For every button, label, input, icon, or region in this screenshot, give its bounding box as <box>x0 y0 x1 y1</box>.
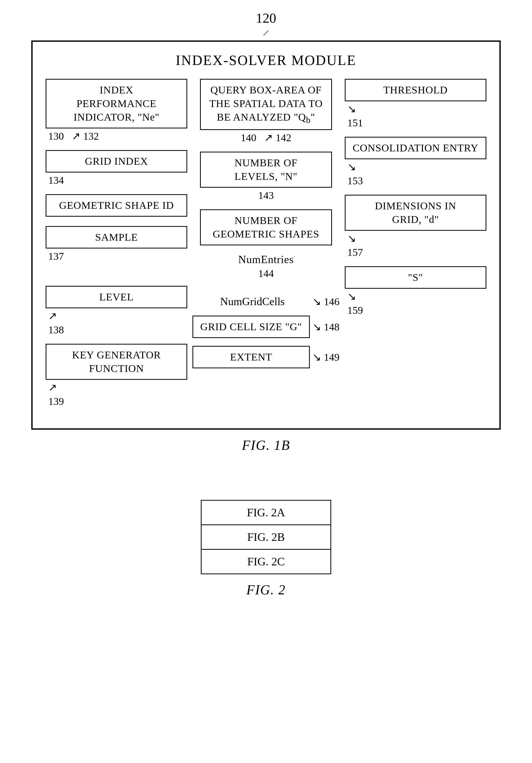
fig2a-row: FIG. 2A <box>202 501 330 525</box>
ref-142-arrow: ↗ 142 <box>264 132 291 144</box>
col-left: INDEXPERFORMANCEINDICATOR, "Ne" 130 ↗ 13… <box>45 79 193 415</box>
ref-157: 157 <box>347 246 363 259</box>
col-middle: QUERY BOX-AREA OFTHE SPATIAL DATA TOBE A… <box>193 79 339 415</box>
module-title: INDEX-SOLVER MODULE <box>45 52 487 68</box>
ref-132-arrow: ↗ 132 <box>72 130 99 142</box>
num-entries-item: NumEntries 144 <box>193 253 339 279</box>
ref-149: ↘ 149 <box>312 351 339 363</box>
grid-index-box: GRID INDEX <box>45 150 187 172</box>
fig2c-row: FIG. 2C <box>202 550 330 574</box>
ref-138: 138 <box>48 324 64 336</box>
module-content: INDEXPERFORMANCEINDICATOR, "Ne" 130 ↗ 13… <box>45 79 487 415</box>
ref-134: 134 <box>48 174 64 186</box>
query-box-box: QUERY BOX-AREA OFTHE SPATIAL DATA TOBE A… <box>200 79 332 130</box>
index-performance-box: INDEXPERFORMANCEINDICATOR, "Ne" <box>45 79 187 128</box>
ref-153: 153 <box>347 174 363 187</box>
consolidation-entry-item: CONSOLIDATION ENTRY ↘ 153 <box>345 137 487 187</box>
grid-index-item: GRID INDEX 134 <box>45 150 187 186</box>
page-container: 120 ⟋ INDEX-SOLVER MODULE INDEXPERFORMAN… <box>21 10 511 598</box>
col-right: THRESHOLD ↘ 151 CONSOLIDATION ENTRY ↘ 15… <box>339 79 487 415</box>
threshold-box: THRESHOLD <box>345 79 487 101</box>
consolidation-arrow: ↘ <box>347 161 356 173</box>
module-outer: INDEX-SOLVER MODULE INDEXPERFORMANCEINDI… <box>31 41 501 430</box>
ref-159: 159 <box>347 304 363 316</box>
grid-cell-size-box: GRID CELL SIZE "G" <box>193 316 310 338</box>
ref-130: 130 <box>48 130 64 142</box>
ref-143: 143 <box>258 189 274 201</box>
threshold-arrow: ↘ <box>347 103 356 115</box>
sample-box: SAMPLE <box>45 226 187 249</box>
dimensions-in-grid-box: DIMENSIONS INGRID, "d" <box>345 195 487 231</box>
level-arrow: ↗ <box>48 310 57 322</box>
consolidation-entry-box: CONSOLIDATION ENTRY <box>345 137 487 159</box>
ref-140: 140 <box>241 132 256 144</box>
index-performance-item: INDEXPERFORMANCEINDICATOR, "Ne" 130 ↗ 13… <box>45 79 187 142</box>
extent-box: EXTENT <box>193 346 310 368</box>
ref-144: 144 <box>258 267 274 279</box>
num-levels-item: NUMBER OFLEVELS, "N" 143 <box>193 152 339 201</box>
fig1b-section: 120 ⟋ INDEX-SOLVER MODULE INDEXPERFORMAN… <box>31 10 501 453</box>
ref-146: ↘ 146 <box>312 295 339 308</box>
fig1b-number: 120 <box>31 10 501 26</box>
s-arrow: ↘ <box>347 290 356 302</box>
query-box-item: QUERY BOX-AREA OFTHE SPATIAL DATA TOBE A… <box>193 79 339 144</box>
key-gen-arrow: ↗ <box>48 382 57 394</box>
ref-139: 139 <box>48 395 64 407</box>
sample-item: SAMPLE 137 <box>45 226 187 262</box>
s-value-item: "S" ↘ 159 <box>345 266 487 316</box>
geometric-shape-id-box: GEOMETRIC SHAPE ID <box>45 194 187 217</box>
fig1b-caption: FIG. 1B <box>31 437 501 453</box>
ref-148: ↘ 148 <box>312 321 339 333</box>
fig2-section: FIG. 2A FIG. 2B FIG. 2C FIG. 2 <box>201 500 331 598</box>
num-grid-cells-text: NumGridCells <box>193 295 312 308</box>
geometric-shape-id-item: GEOMETRIC SHAPE ID <box>45 194 187 218</box>
fig2b-row: FIG. 2B <box>202 525 330 550</box>
fig2-table: FIG. 2A FIG. 2B FIG. 2C <box>201 500 331 574</box>
ref-137b: 137 <box>48 250 64 262</box>
num-levels-box: NUMBER OFLEVELS, "N" <box>200 152 332 188</box>
fig1b-number-arrow: ⟋ <box>31 27 501 38</box>
key-generator-box: KEY GENERATORFUNCTION <box>45 344 187 380</box>
s-value-box: "S" <box>345 266 487 289</box>
fig2-caption: FIG. 2 <box>246 582 286 598</box>
num-geometric-shapes-item: NUMBER OFGEOMETRIC SHAPES <box>193 209 339 245</box>
level-box: LEVEL <box>45 286 187 308</box>
key-generator-item: KEY GENERATORFUNCTION ↗ 139 <box>45 344 187 407</box>
threshold-item: THRESHOLD ↘ 151 <box>345 79 487 129</box>
ref-151: 151 <box>347 117 363 129</box>
dimensions-in-grid-item: DIMENSIONS INGRID, "d" ↘ 157 <box>345 195 487 259</box>
num-geometric-shapes-box: NUMBER OFGEOMETRIC SHAPES <box>200 209 332 245</box>
num-entries-text: NumEntries <box>238 253 294 266</box>
level-item: LEVEL ↗ 138 <box>45 286 187 336</box>
dimensions-arrow: ↘ <box>347 232 356 245</box>
